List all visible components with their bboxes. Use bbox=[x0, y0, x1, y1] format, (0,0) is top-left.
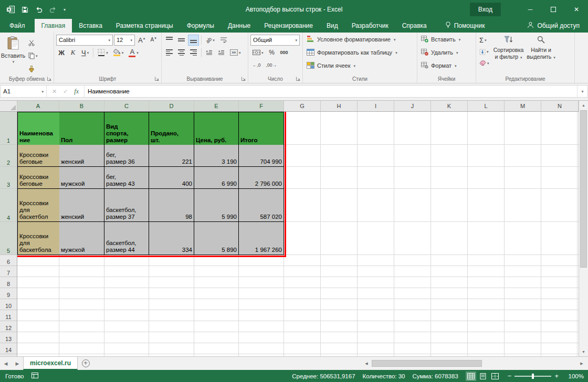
insert-cells-button[interactable]: Вставить ▾ bbox=[418, 33, 475, 46]
cell-C5[interactable]: баскетбол, размер 44 bbox=[104, 222, 149, 255]
italic-button[interactable]: К bbox=[68, 47, 78, 58]
add-sheet-button[interactable]: + bbox=[78, 357, 93, 370]
align-right-button[interactable] bbox=[188, 47, 199, 58]
cell-A2[interactable]: Кроссовки беговые bbox=[17, 145, 60, 167]
tab-developer[interactable]: Разработчик bbox=[345, 19, 395, 33]
page-layout-view-button[interactable] bbox=[478, 372, 488, 381]
cells-area[interactable]: Наименование Пол Вид спорта, размер Прод… bbox=[17, 112, 579, 356]
font-color-button[interactable]: А▾ bbox=[127, 47, 141, 58]
column-header-F[interactable]: F bbox=[239, 101, 284, 111]
column-header-B[interactable]: B bbox=[59, 101, 104, 111]
accounting-format-button[interactable]: ▾ bbox=[250, 47, 266, 58]
cancel-entry-icon[interactable]: ✕ bbox=[52, 88, 57, 95]
undo-icon[interactable] bbox=[33, 3, 45, 16]
format-as-table-button[interactable]: Форматировать как таблицу ▾ bbox=[304, 46, 416, 59]
sign-in-button[interactable]: Вход bbox=[470, 3, 501, 16]
merge-center-button[interactable]: ▾ bbox=[228, 47, 243, 58]
macro-record-icon[interactable] bbox=[32, 373, 38, 379]
borders-button[interactable]: ▾ bbox=[96, 47, 110, 58]
row-header-8[interactable]: 8 bbox=[0, 277, 17, 288]
decrease-decimal-button[interactable]: ,00→ bbox=[264, 60, 279, 71]
fill-button[interactable]: ▾ bbox=[477, 47, 491, 57]
align-center-button[interactable] bbox=[176, 47, 187, 58]
format-painter-button[interactable] bbox=[26, 63, 40, 75]
row-header-6[interactable]: 6 bbox=[0, 255, 17, 266]
copy-button[interactable]: ▾ bbox=[26, 50, 40, 61]
cell-F5[interactable]: 1 967 260 bbox=[239, 222, 284, 255]
sheet-nav-right-icon[interactable]: ▶ bbox=[12, 357, 23, 370]
row-header-11[interactable]: 11 bbox=[0, 310, 17, 321]
cell-C1[interactable]: Вид спорта, размер bbox=[104, 112, 149, 145]
row-header-12[interactable]: 12 bbox=[0, 321, 17, 332]
fill-color-button[interactable]: ▾ bbox=[111, 47, 126, 58]
align-left-button[interactable] bbox=[164, 47, 175, 58]
find-select-button[interactable]: Найти и выделить ▾ bbox=[526, 34, 556, 72]
decrease-indent-button[interactable] bbox=[204, 47, 215, 58]
row-header-14[interactable]: 14 bbox=[0, 343, 17, 354]
clear-button[interactable]: ▾ bbox=[477, 58, 491, 68]
horizontal-scrollbar[interactable]: ◀ ▶ bbox=[362, 357, 588, 370]
cell-E1[interactable]: Цена, руб. bbox=[194, 112, 239, 145]
tab-insert[interactable]: Вставка bbox=[72, 19, 109, 33]
row-header-7[interactable]: 7 bbox=[0, 266, 17, 277]
row-header-3[interactable]: 3 bbox=[0, 167, 17, 189]
cell-D3[interactable]: 400 bbox=[149, 167, 194, 189]
column-header-A[interactable]: A bbox=[17, 101, 59, 111]
name-box[interactable]: A1▾ bbox=[1, 86, 47, 97]
cell-F3[interactable]: 2 796 000 bbox=[239, 167, 284, 189]
cell-E5[interactable]: 5 890 bbox=[194, 222, 239, 255]
select-all-corner[interactable] bbox=[0, 101, 17, 111]
normal-view-button[interactable] bbox=[466, 372, 476, 381]
autosum-button[interactable]: Σ▾ bbox=[477, 35, 491, 45]
cell-A5[interactable]: Кроссовки для баскетбола bbox=[17, 222, 60, 255]
bold-button[interactable]: Ж bbox=[56, 47, 67, 58]
font-size-combo[interactable]: 12▾ bbox=[114, 35, 135, 46]
vertical-scrollbar-thumb[interactable] bbox=[580, 110, 587, 268]
row-header-1[interactable]: 1 bbox=[0, 112, 17, 145]
cell-C2[interactable]: бег, размер 36 bbox=[104, 145, 149, 167]
cell-styles-button[interactable]: Стили ячеек ▾ bbox=[304, 59, 416, 72]
cell-B4[interactable]: женский bbox=[59, 189, 104, 222]
cell-B3[interactable]: мужской bbox=[59, 167, 104, 189]
number-dialog-launcher[interactable] bbox=[296, 76, 301, 81]
cell-D2[interactable]: 221 bbox=[149, 145, 194, 167]
cell-F1[interactable]: Итого bbox=[239, 112, 284, 145]
conditional-formatting-button[interactable]: Условное форматирование ▾ bbox=[304, 33, 416, 46]
minimize-button[interactable]: ─ bbox=[519, 0, 542, 19]
share-button[interactable]: Общий доступ bbox=[519, 19, 588, 33]
cell-D1[interactable]: Продано, шт. bbox=[149, 112, 194, 145]
orientation-button[interactable]: ab▾ bbox=[204, 35, 217, 46]
cell-E2[interactable]: 3 190 bbox=[194, 145, 239, 167]
column-header-H[interactable]: H bbox=[321, 101, 358, 111]
tell-me-assistant[interactable]: Помощник bbox=[439, 19, 491, 33]
format-cells-button[interactable]: Формат ▾ bbox=[418, 59, 475, 72]
font-dialog-launcher[interactable] bbox=[154, 76, 160, 81]
increase-font-size-button[interactable]: А▴ bbox=[136, 35, 147, 46]
restore-button[interactable] bbox=[542, 0, 565, 19]
cell-B5[interactable]: мужской bbox=[59, 222, 104, 255]
zoom-slider-thumb[interactable] bbox=[532, 374, 534, 379]
zoom-level[interactable]: 100% bbox=[566, 373, 584, 379]
column-header-N[interactable]: N bbox=[541, 101, 579, 111]
decrease-font-size-button[interactable]: А▾ bbox=[148, 35, 159, 46]
align-middle-button[interactable] bbox=[176, 35, 187, 46]
customize-toolbar-icon[interactable]: ▾ bbox=[61, 3, 68, 16]
row-header-10[interactable]: 10 bbox=[0, 299, 17, 310]
underline-button[interactable]: Ч▾ bbox=[79, 47, 91, 58]
column-header-E[interactable]: E bbox=[194, 101, 239, 111]
scroll-down-icon[interactable]: ▼ bbox=[579, 347, 588, 356]
increase-indent-button[interactable] bbox=[216, 47, 227, 58]
scroll-left-icon[interactable]: ◀ bbox=[362, 357, 371, 370]
save-icon[interactable] bbox=[18, 3, 31, 16]
zoom-in-button[interactable]: + bbox=[554, 373, 559, 379]
clipboard-dialog-launcher[interactable] bbox=[47, 76, 52, 81]
number-format-combo[interactable]: Общий▾ bbox=[250, 35, 300, 46]
cell-C4[interactable]: баскетбол, размер 37 bbox=[104, 189, 149, 222]
redo-icon[interactable] bbox=[47, 3, 59, 16]
sort-filter-button[interactable]: Сортировка и фильтр ▾ bbox=[492, 34, 525, 72]
cell-E3[interactable]: 6 990 bbox=[194, 167, 239, 189]
cell-E4[interactable]: 5 990 bbox=[194, 189, 239, 222]
paste-button[interactable]: Вставить ▾ bbox=[1, 34, 25, 73]
excel-app-icon[interactable] bbox=[4, 3, 17, 16]
row-header-13[interactable]: 13 bbox=[0, 332, 17, 343]
